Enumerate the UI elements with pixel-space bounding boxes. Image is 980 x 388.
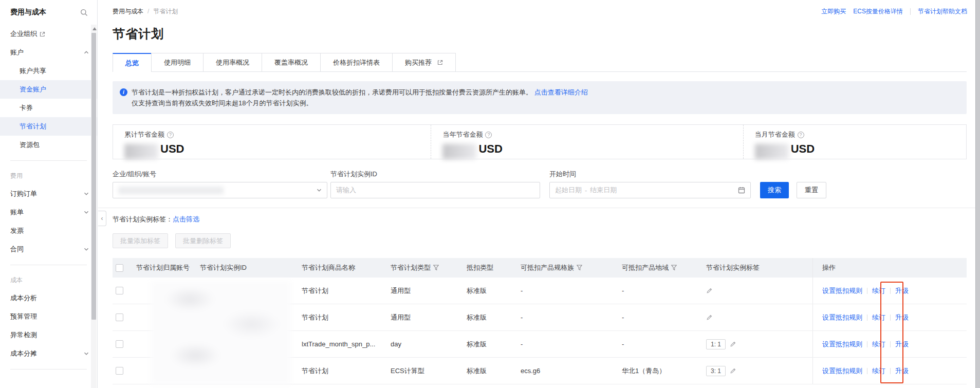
tab-overview[interactable]: 总览: [113, 53, 152, 72]
batch-add-tag-button[interactable]: 批量添加标签: [113, 233, 168, 248]
col-region: 可抵扣产品地域: [622, 258, 706, 278]
breadcrumb-current: 节省计划: [153, 7, 178, 16]
cell-region: -: [622, 331, 706, 357]
filter-funnel-icon[interactable]: [577, 265, 582, 271]
col-owner-account: 节省计划归属账号: [136, 258, 200, 278]
help-doc-link[interactable]: 节省计划帮助文档: [918, 7, 967, 16]
sidebar-item-contracts[interactable]: 合同: [0, 240, 97, 258]
sidebar-item-account[interactable]: 账户: [0, 43, 97, 62]
renew-link[interactable]: 续订: [872, 286, 885, 295]
buy-now-link[interactable]: 立即购买: [821, 7, 846, 16]
set-deduction-rule-link[interactable]: 设置抵扣规则: [822, 340, 862, 349]
cell-product-name: lxtTrade_month_spn_p...: [302, 331, 391, 357]
stat-unit: USD: [478, 142, 502, 156]
row-checkbox[interactable]: [116, 287, 123, 294]
set-deduction-rule-link[interactable]: 设置抵扣规则: [822, 366, 862, 376]
set-deduction-rule-link[interactable]: 设置抵扣规则: [822, 286, 862, 295]
upgrade-link[interactable]: 升级: [895, 286, 909, 295]
question-circle-icon[interactable]: ?: [485, 132, 492, 138]
sidebar-item-cost-analysis[interactable]: 成本分析: [0, 289, 97, 307]
tab-label: 购买推荐: [405, 58, 432, 67]
stat-year-savings: 当年节省金额 ? USD: [431, 125, 743, 159]
start-time-filter-label: 开始时间: [549, 170, 576, 179]
row-checkbox[interactable]: [116, 340, 123, 348]
set-deduction-rule-link[interactable]: 设置抵扣规则: [822, 313, 862, 322]
tab-usage-rate[interactable]: 使用率概况: [203, 53, 262, 71]
question-circle-icon[interactable]: ?: [167, 132, 174, 138]
end-date-placeholder: 结束日期: [590, 186, 738, 195]
renew-link[interactable]: 续订: [872, 366, 885, 376]
tab-usage-details[interactable]: 使用明细: [151, 53, 204, 71]
sidebar-item-label: 异常检测: [10, 330, 37, 340]
sidebar-item-label: 账户共享: [20, 66, 46, 76]
date-range-picker[interactable]: 起始日期 - 结束日期: [549, 182, 751, 198]
select-all-checkbox[interactable]: [116, 264, 123, 272]
sidebar-item-label: 预算管理: [10, 312, 37, 321]
sidebar-item-savings-plan[interactable]: 节省计划: [0, 117, 97, 136]
renew-link[interactable]: 续订: [872, 313, 885, 322]
filter-funnel-icon[interactable]: [671, 265, 677, 271]
sidebar-item-account-sharing[interactable]: 账户共享: [0, 62, 97, 80]
scrollbar-thumb[interactable]: [91, 33, 96, 320]
edit-tag-icon[interactable]: [706, 314, 713, 321]
search-button[interactable]: 搜索: [760, 182, 789, 198]
sidebar-item-bills[interactable]: 账单: [0, 203, 97, 221]
edit-tag-icon[interactable]: [706, 287, 713, 294]
sidebar-item-invoices[interactable]: 发票: [0, 221, 97, 240]
edit-tag-icon[interactable]: [730, 341, 736, 347]
tab-coverage-rate[interactable]: 覆盖率概况: [262, 53, 321, 71]
filter-funnel-icon[interactable]: [433, 265, 439, 271]
instance-tag-filter: 节省计划实例标签： 点击筛选: [113, 215, 199, 224]
sidebar-item-orders[interactable]: 订购订单: [0, 184, 97, 203]
batch-remove-tag-button[interactable]: 批量删除标签: [175, 233, 231, 248]
tab-label: 使用明细: [164, 58, 191, 67]
sidebar-item-label: 发票: [10, 226, 24, 235]
sidebar-scrollbar[interactable]: [91, 25, 97, 388]
sidebar-header: 费用与成本: [0, 0, 97, 25]
sidebar-collapse-handle[interactable]: ‹: [98, 211, 106, 226]
tag-filter-link[interactable]: 点击筛选: [173, 215, 199, 224]
upgrade-link[interactable]: 升级: [895, 366, 909, 376]
sidebar-item-enterprise-org[interactable]: 企业组织: [0, 25, 97, 43]
info-icon: i: [120, 88, 127, 96]
cell-spec-family: -: [521, 331, 622, 357]
sidebar-item-budget-management[interactable]: 预算管理: [0, 307, 97, 326]
sidebar-item-coupons[interactable]: 卡券: [0, 99, 97, 117]
search-icon[interactable]: [80, 9, 88, 16]
sidebar-item-anomaly-detection[interactable]: 异常检测: [0, 326, 97, 344]
upgrade-link[interactable]: 升级: [895, 340, 909, 349]
sidebar-item-fund-account[interactable]: 资金账户: [0, 80, 97, 99]
sidebar-item-cost-allocation[interactable]: 成本分摊: [0, 344, 97, 363]
batch-actions: 批量添加标签 批量删除标签: [113, 233, 231, 248]
window-scrollbar[interactable]: [975, 0, 980, 388]
external-link-icon: [40, 31, 45, 37]
ecs-price-link[interactable]: ECS按量价格详情: [853, 7, 903, 16]
row-checkbox[interactable]: [116, 313, 123, 321]
account-filter-label: 企业/组织/账号: [113, 170, 156, 179]
renew-link[interactable]: 续订: [872, 340, 885, 349]
tab-price-discount[interactable]: 价格折扣详情表: [320, 53, 393, 71]
sidebar-item-label: 账户: [10, 48, 24, 57]
sidebar-item-label: 卡券: [20, 103, 33, 113]
cell-plan-type: day: [391, 331, 467, 357]
account-select[interactable]: [113, 182, 327, 198]
tab-label: 价格折扣详情表: [333, 58, 380, 67]
scrollbar-up-arrow-icon[interactable]: [93, 27, 97, 30]
upgrade-link[interactable]: 升级: [895, 313, 909, 322]
blurred-amount: [124, 144, 158, 159]
question-circle-icon[interactable]: ?: [798, 132, 804, 138]
sidebar-item-resource-packages[interactable]: 资源包: [0, 136, 97, 154]
row-checkbox[interactable]: [116, 367, 123, 375]
breadcrumb: 费用与成本 / 节省计划: [113, 7, 178, 16]
reset-button[interactable]: 重置: [797, 182, 826, 198]
breadcrumb-parent[interactable]: 费用与成本: [113, 7, 143, 16]
chevron-up-icon: [84, 50, 89, 55]
banner-detail-link[interactable]: 点击查看详细介绍: [534, 88, 588, 96]
tab-purchase-recommendation[interactable]: 购买推荐: [392, 53, 456, 71]
col-instance-id: 节省计划实例ID: [200, 258, 302, 278]
cell-plan-type: 通用型: [391, 304, 467, 330]
instance-id-input[interactable]: 请输入: [330, 182, 540, 198]
calendar-icon[interactable]: [738, 187, 745, 194]
edit-tag-icon[interactable]: [730, 367, 736, 374]
stat-month-savings: 当月节省金额 ? USD: [743, 125, 966, 159]
